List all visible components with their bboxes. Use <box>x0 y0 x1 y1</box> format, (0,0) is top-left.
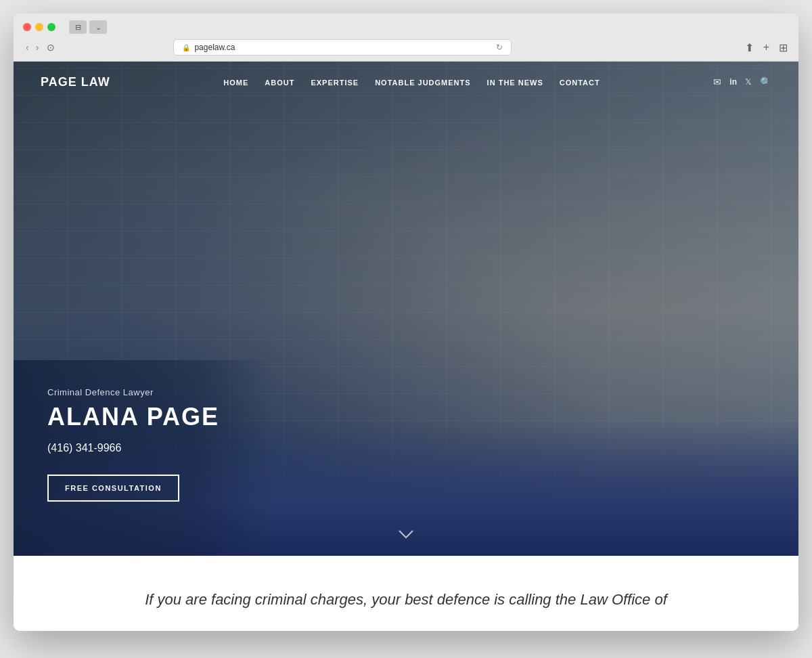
nav-social-icons: ✉ in 𝕏 🔍 <box>713 76 771 87</box>
reload-icon[interactable]: ↻ <box>496 43 503 52</box>
nav-arrows: ‹ › <box>23 41 41 54</box>
nav-link-notable-judgments[interactable]: NOTABLE JUDGMENTS <box>375 79 470 87</box>
minimize-button[interactable] <box>35 23 43 31</box>
address-bar[interactable]: 🔒 pagelaw.ca ↻ <box>173 39 512 56</box>
tab-view-toggle[interactable]: ⌄ <box>89 20 107 34</box>
nav-link-home[interactable]: HOME <box>223 79 248 87</box>
browser-window: ⊟ ⌄ ‹ › ⊙ 🔒 pagelaw.ca ↻ ⬆ + ⊞ <box>14 14 798 631</box>
nav-link-contact[interactable]: CONTACT <box>560 79 600 87</box>
back-button[interactable]: ‹ <box>23 41 32 54</box>
browser-top-bar: ⊟ ⌄ <box>23 20 789 34</box>
browser-chrome: ⊟ ⌄ ‹ › ⊙ 🔒 pagelaw.ca ↻ ⬆ + ⊞ <box>14 14 798 62</box>
nav-item-notable-judgments[interactable]: NOTABLE JUDGMENTS <box>375 76 470 88</box>
nav-links-list: HOME ABOUT EXPERTISE NOTABLE JUDGMENTS I… <box>223 76 600 88</box>
tab-grid-button[interactable]: ⊞ <box>777 40 789 56</box>
twitter-icon[interactable]: 𝕏 <box>745 77 752 87</box>
hero-title: ALANA PAGE <box>47 403 237 431</box>
close-button[interactable] <box>23 23 31 31</box>
hero-section: PAGE LAW HOME ABOUT EXPERTISE NOTABLE JU… <box>14 62 798 556</box>
address-bar-row: ‹ › ⊙ 🔒 pagelaw.ca ↻ ⬆ + ⊞ <box>23 39 789 61</box>
below-hero-text: If you are facing criminal charges, your… <box>102 590 710 611</box>
hero-text-overlay: Criminal Defence Lawyer ALANA PAGE (416)… <box>14 360 271 556</box>
nav-link-in-the-news[interactable]: IN THE NEWS <box>487 79 543 87</box>
nav-link-expertise[interactable]: EXPERTISE <box>311 79 359 87</box>
shield-icon: ⊙ <box>47 42 55 53</box>
nav-item-expertise[interactable]: EXPERTISE <box>311 76 359 88</box>
share-button[interactable]: ⬆ <box>744 40 755 56</box>
nav-item-about[interactable]: ABOUT <box>265 76 294 88</box>
hero-phone[interactable]: (416) 341-9966 <box>47 442 237 454</box>
site-logo[interactable]: PAGE LAW <box>41 75 110 89</box>
forward-button[interactable]: › <box>33 41 42 54</box>
nav-link-about[interactable]: ABOUT <box>265 79 294 87</box>
website-content: PAGE LAW HOME ABOUT EXPERTISE NOTABLE JU… <box>14 62 798 631</box>
email-icon[interactable]: ✉ <box>713 76 721 87</box>
search-icon[interactable]: 🔍 <box>760 76 771 87</box>
nav-item-home[interactable]: HOME <box>223 76 248 88</box>
new-tab-button[interactable]: + <box>762 40 771 55</box>
tab-view-button[interactable]: ⊟ <box>69 20 87 34</box>
nav-item-contact[interactable]: CONTACT <box>560 76 600 88</box>
scroll-down-indicator[interactable] <box>398 527 414 542</box>
linkedin-icon[interactable]: in <box>729 77 737 87</box>
browser-actions: ⬆ + ⊞ <box>744 40 789 56</box>
traffic-lights <box>23 23 55 31</box>
nav-item-in-the-news[interactable]: IN THE NEWS <box>487 76 543 88</box>
below-hero-section: If you are facing criminal charges, your… <box>14 556 798 631</box>
hero-subtitle: Criminal Defence Lawyer <box>47 387 237 397</box>
navigation-bar: PAGE LAW HOME ABOUT EXPERTISE NOTABLE JU… <box>14 62 798 102</box>
lock-icon: 🔒 <box>182 44 190 51</box>
free-consultation-button[interactable]: FREE CONSULTATION <box>47 475 179 502</box>
url-text: pagelaw.ca <box>194 43 235 52</box>
maximize-button[interactable] <box>47 23 55 31</box>
browser-controls: ⊟ ⌄ <box>69 20 107 34</box>
